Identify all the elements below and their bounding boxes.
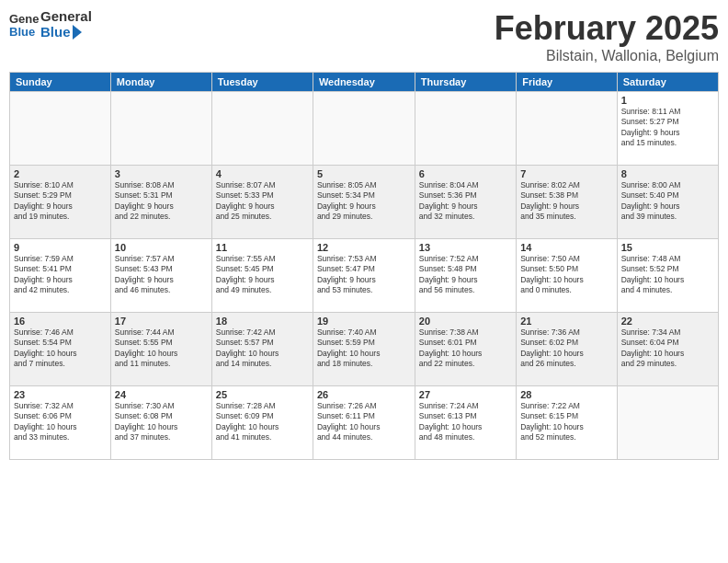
day-number: 11 <box>216 242 309 253</box>
calendar-cell <box>10 92 111 166</box>
day-number: 1 <box>621 95 714 106</box>
day-info: Sunrise: 7:50 AM Sunset: 5:50 PM Dayligh… <box>520 254 613 296</box>
calendar-cell: 8Sunrise: 8:00 AM Sunset: 5:40 PM Daylig… <box>617 166 718 239</box>
day-number: 14 <box>520 242 613 253</box>
week-row-4: 23Sunrise: 7:32 AM Sunset: 6:06 PM Dayli… <box>10 386 719 460</box>
calendar-cell: 18Sunrise: 7:42 AM Sunset: 5:57 PM Dayli… <box>211 313 313 386</box>
header-day-saturday: Saturday <box>617 73 718 92</box>
week-row-2: 9Sunrise: 7:59 AM Sunset: 5:41 PM Daylig… <box>10 239 719 313</box>
day-info: Sunrise: 7:28 AM Sunset: 6:09 PM Dayligh… <box>216 401 309 443</box>
day-info: Sunrise: 7:30 AM Sunset: 6:08 PM Dayligh… <box>115 401 208 443</box>
calendar-cell: 25Sunrise: 7:28 AM Sunset: 6:09 PM Dayli… <box>211 386 313 460</box>
calendar-cell <box>211 92 313 166</box>
calendar: SundayMondayTuesdayWednesdayThursdayFrid… <box>9 72 719 460</box>
day-number: 28 <box>520 389 613 400</box>
day-number: 15 <box>621 242 714 253</box>
day-info: Sunrise: 8:10 AM Sunset: 5:29 PM Dayligh… <box>14 180 107 223</box>
calendar-cell: 12Sunrise: 7:53 AM Sunset: 5:47 PM Dayli… <box>313 239 415 313</box>
day-info: Sunrise: 7:32 AM Sunset: 6:06 PM Dayligh… <box>14 401 107 443</box>
day-number: 18 <box>216 316 309 327</box>
day-number: 23 <box>14 389 107 400</box>
header-day-thursday: Thursday <box>415 73 516 92</box>
day-info: Sunrise: 7:24 AM Sunset: 6:13 PM Dayligh… <box>419 401 512 443</box>
day-number: 12 <box>317 242 411 253</box>
day-info: Sunrise: 7:40 AM Sunset: 5:59 PM Dayligh… <box>317 327 411 370</box>
logo-arrow-icon <box>73 25 82 40</box>
main-title: February 2025 <box>495 9 719 48</box>
calendar-cell: 27Sunrise: 7:24 AM Sunset: 6:13 PM Dayli… <box>415 386 516 460</box>
calendar-cell: 10Sunrise: 7:57 AM Sunset: 5:43 PM Dayli… <box>110 239 211 313</box>
day-info: Sunrise: 8:05 AM Sunset: 5:34 PM Dayligh… <box>317 180 411 223</box>
day-info: Sunrise: 8:07 AM Sunset: 5:33 PM Dayligh… <box>216 180 309 223</box>
calendar-cell: 17Sunrise: 7:44 AM Sunset: 5:55 PM Dayli… <box>110 313 211 386</box>
day-number: 20 <box>419 316 512 327</box>
title-section: February 2025 Bilstain, Wallonia, Belgiu… <box>495 9 719 64</box>
day-number: 22 <box>621 316 714 327</box>
calendar-cell <box>415 92 516 166</box>
day-number: 17 <box>115 316 208 327</box>
day-number: 4 <box>216 168 309 179</box>
calendar-cell: 2Sunrise: 8:10 AM Sunset: 5:29 PM Daylig… <box>10 166 111 239</box>
day-number: 3 <box>115 168 208 179</box>
day-info: Sunrise: 8:04 AM Sunset: 5:36 PM Dayligh… <box>419 180 512 223</box>
day-info: Sunrise: 7:38 AM Sunset: 6:01 PM Dayligh… <box>419 327 512 370</box>
calendar-cell: 14Sunrise: 7:50 AM Sunset: 5:50 PM Dayli… <box>517 239 618 313</box>
calendar-cell: 6Sunrise: 8:04 AM Sunset: 5:36 PM Daylig… <box>415 166 516 239</box>
logo: General Blue General Blue <box>9 9 92 40</box>
calendar-cell: 13Sunrise: 7:52 AM Sunset: 5:48 PM Dayli… <box>415 239 516 313</box>
calendar-cell: 21Sunrise: 7:36 AM Sunset: 6:02 PM Dayli… <box>517 313 618 386</box>
calendar-cell <box>517 92 618 166</box>
day-number: 5 <box>317 168 411 179</box>
day-number: 16 <box>14 316 107 327</box>
calendar-cell <box>313 92 415 166</box>
calendar-cell: 16Sunrise: 7:46 AM Sunset: 5:54 PM Dayli… <box>10 313 111 386</box>
calendar-cell <box>617 386 718 460</box>
day-number: 2 <box>14 168 107 179</box>
header-day-tuesday: Tuesday <box>211 73 313 92</box>
day-number: 24 <box>115 389 208 400</box>
week-row-1: 2Sunrise: 8:10 AM Sunset: 5:29 PM Daylig… <box>10 166 719 239</box>
day-number: 25 <box>216 389 309 400</box>
day-info: Sunrise: 7:52 AM Sunset: 5:48 PM Dayligh… <box>419 254 512 296</box>
calendar-cell <box>110 92 211 166</box>
calendar-cell: 23Sunrise: 7:32 AM Sunset: 6:06 PM Dayli… <box>10 386 111 460</box>
day-number: 10 <box>115 242 208 253</box>
calendar-cell: 3Sunrise: 8:08 AM Sunset: 5:31 PM Daylig… <box>110 166 211 239</box>
svg-text:General: General <box>9 12 39 26</box>
calendar-cell: 22Sunrise: 7:34 AM Sunset: 6:04 PM Dayli… <box>617 313 718 386</box>
logo-general: General <box>40 9 92 25</box>
day-info: Sunrise: 8:02 AM Sunset: 5:38 PM Dayligh… <box>520 180 613 223</box>
day-info: Sunrise: 7:55 AM Sunset: 5:45 PM Dayligh… <box>216 254 309 296</box>
day-number: 13 <box>419 242 512 253</box>
day-info: Sunrise: 7:34 AM Sunset: 6:04 PM Dayligh… <box>621 327 714 370</box>
day-info: Sunrise: 7:26 AM Sunset: 6:11 PM Dayligh… <box>317 401 411 443</box>
day-number: 6 <box>419 168 512 179</box>
day-info: Sunrise: 7:53 AM Sunset: 5:47 PM Dayligh… <box>317 254 411 296</box>
day-info: Sunrise: 8:11 AM Sunset: 5:27 PM Dayligh… <box>621 107 714 149</box>
day-info: Sunrise: 7:48 AM Sunset: 5:52 PM Dayligh… <box>621 254 714 296</box>
day-number: 9 <box>14 242 107 253</box>
page: General Blue General Blue February 2025 … <box>0 0 728 563</box>
day-info: Sunrise: 7:59 AM Sunset: 5:41 PM Dayligh… <box>14 254 107 296</box>
logo-blue: Blue <box>40 25 71 40</box>
calendar-cell: 26Sunrise: 7:26 AM Sunset: 6:11 PM Dayli… <box>313 386 415 460</box>
calendar-cell: 5Sunrise: 8:05 AM Sunset: 5:34 PM Daylig… <box>313 166 415 239</box>
week-row-3: 16Sunrise: 7:46 AM Sunset: 5:54 PM Dayli… <box>10 313 719 386</box>
header: General Blue General Blue February 2025 … <box>9 9 719 64</box>
day-info: Sunrise: 8:08 AM Sunset: 5:31 PM Dayligh… <box>115 180 208 223</box>
calendar-cell: 15Sunrise: 7:48 AM Sunset: 5:52 PM Dayli… <box>617 239 718 313</box>
logo-icon: General Blue <box>9 10 39 40</box>
day-info: Sunrise: 7:57 AM Sunset: 5:43 PM Dayligh… <box>115 254 208 296</box>
header-day-monday: Monday <box>110 73 211 92</box>
calendar-cell: 7Sunrise: 8:02 AM Sunset: 5:38 PM Daylig… <box>517 166 618 239</box>
day-number: 19 <box>317 316 411 327</box>
calendar-cell: 4Sunrise: 8:07 AM Sunset: 5:33 PM Daylig… <box>211 166 313 239</box>
calendar-cell: 28Sunrise: 7:22 AM Sunset: 6:15 PM Dayli… <box>517 386 618 460</box>
day-info: Sunrise: 7:46 AM Sunset: 5:54 PM Dayligh… <box>14 327 107 370</box>
day-number: 21 <box>520 316 613 327</box>
svg-text:Blue: Blue <box>9 25 35 39</box>
calendar-cell: 20Sunrise: 7:38 AM Sunset: 6:01 PM Dayli… <box>415 313 516 386</box>
header-day-friday: Friday <box>517 73 618 92</box>
calendar-cell: 1Sunrise: 8:11 AM Sunset: 5:27 PM Daylig… <box>617 92 718 166</box>
calendar-cell: 24Sunrise: 7:30 AM Sunset: 6:08 PM Dayli… <box>110 386 211 460</box>
